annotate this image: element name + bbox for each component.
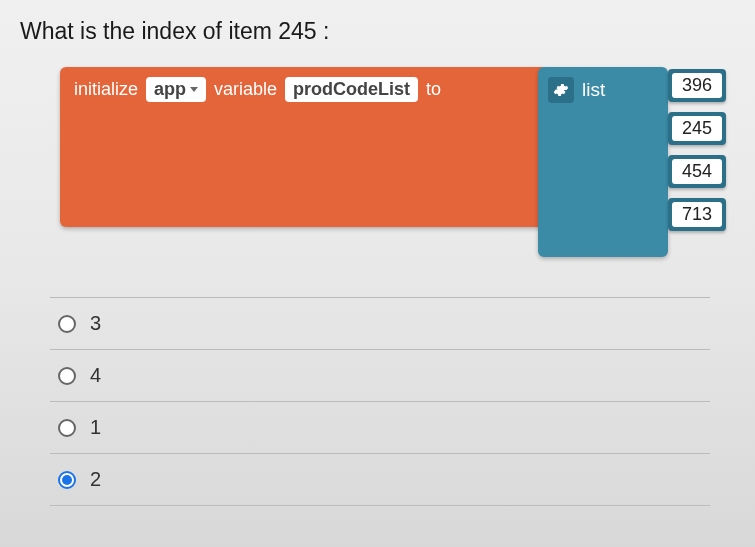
variable-name-label: prodCodeList	[293, 79, 410, 100]
variable-keyword: variable	[214, 79, 277, 100]
list-item[interactable]: 713	[668, 198, 726, 231]
list-item-value: 713	[672, 202, 722, 227]
radio-button[interactable]	[58, 315, 76, 333]
scope-dropdown[interactable]: app	[146, 77, 206, 102]
option-row[interactable]: 2	[50, 453, 710, 506]
question-text: What is the index of item 245 :	[20, 18, 735, 45]
option-row[interactable]: 1	[50, 401, 710, 453]
radio-button[interactable]	[58, 367, 76, 385]
initialize-block[interactable]: initialize app variable prodCodeList to	[60, 67, 548, 227]
chevron-down-icon	[190, 87, 198, 92]
list-item[interactable]: 245	[668, 112, 726, 145]
list-item-value: 396	[672, 73, 722, 98]
radio-button[interactable]	[58, 471, 76, 489]
scope-label: app	[154, 79, 186, 100]
option-label: 3	[90, 312, 101, 335]
variable-name-field[interactable]: prodCodeList	[285, 77, 418, 102]
option-row[interactable]: 4	[50, 349, 710, 401]
option-label: 1	[90, 416, 101, 439]
list-block[interactable]: list	[538, 67, 668, 257]
to-keyword: to	[426, 79, 441, 100]
list-item-value: 245	[672, 116, 722, 141]
list-items: 396 245 454 713	[668, 69, 726, 231]
initialize-keyword: initialize	[74, 79, 138, 100]
option-label: 2	[90, 468, 101, 491]
radio-button[interactable]	[58, 419, 76, 437]
answer-options: 3 4 1 2	[50, 297, 710, 506]
list-label: list	[582, 79, 605, 101]
list-item[interactable]: 454	[668, 155, 726, 188]
option-row[interactable]: 3	[50, 297, 710, 349]
gear-icon-svg	[553, 82, 569, 98]
list-item-value: 454	[672, 159, 722, 184]
option-label: 4	[90, 364, 101, 387]
list-item[interactable]: 396	[668, 69, 726, 102]
code-block-area: initialize app variable prodCodeList to …	[60, 67, 735, 257]
gear-icon[interactable]	[548, 77, 574, 103]
